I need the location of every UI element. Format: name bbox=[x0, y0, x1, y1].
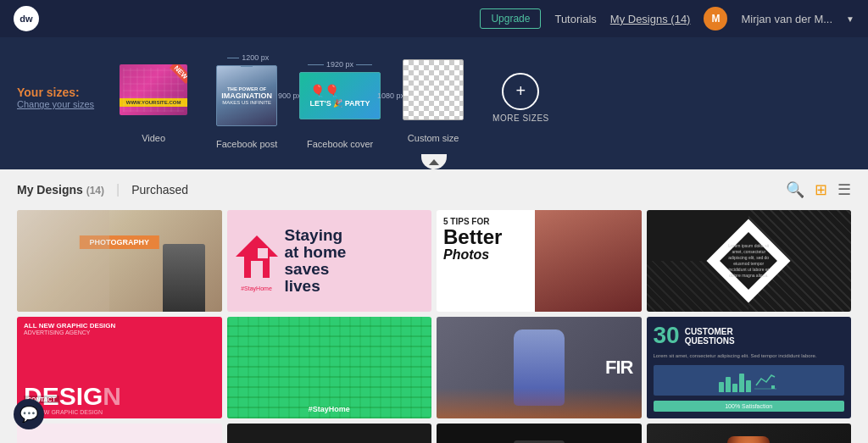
more-sizes-button[interactable]: + MORE SIZES bbox=[492, 73, 549, 123]
search-icon[interactable]: 🔍 bbox=[786, 180, 804, 199]
design-card[interactable]: #StayHome bbox=[227, 317, 432, 418]
top-navigation: dw Upgrade Tutorials My Designs (14) M M… bbox=[0, 0, 868, 37]
new-badge: NEW bbox=[170, 64, 187, 84]
diamond-text: Lorem ipsum dolor sit amet, consectetur … bbox=[726, 243, 772, 279]
fb-post-thumb: THE POWER OFIMAGINATIONMAKES US INFINITE bbox=[216, 65, 277, 126]
design-card[interactable] bbox=[437, 424, 642, 443]
avatar[interactable]: M bbox=[704, 7, 727, 30]
logo[interactable]: dw bbox=[14, 6, 39, 31]
design-card[interactable]: PHOTOGRAPHY bbox=[17, 210, 222, 312]
user-name: Mirjan van der M... bbox=[741, 13, 832, 25]
size-name-video: Video bbox=[142, 133, 165, 143]
stayhome-tag: #StayHome bbox=[309, 405, 350, 413]
svg-rect-1 bbox=[251, 261, 263, 278]
more-sizes-plus-icon: + bbox=[502, 73, 539, 110]
dim-width-fbcover: 1920 px bbox=[299, 60, 381, 69]
design-card[interactable]: DESIGN bbox=[227, 424, 432, 443]
size-item-fbpost[interactable]: 1200 px THE POWER OFIMAGINATIONMAKES US … bbox=[204, 46, 289, 149]
dim-width-fbpost: 1200 px bbox=[216, 53, 277, 70]
house-svg bbox=[236, 231, 278, 282]
svg-rect-2 bbox=[258, 248, 268, 258]
change-sizes-link[interactable]: Change your sizes bbox=[17, 99, 94, 109]
tabs-row: My Designs (14) | Purchased 🔍 ⊞ ☰ bbox=[17, 180, 851, 200]
custom-thumb bbox=[403, 59, 464, 120]
user-menu-chevron-icon[interactable]: ▼ bbox=[846, 14, 854, 24]
collapse-button[interactable] bbox=[421, 154, 447, 169]
size-name-fbpost: Facebook post bbox=[216, 139, 277, 149]
designs-grid: PHOTOGRAPHY #StayHome Stayingat homesave… bbox=[17, 210, 851, 443]
main-content: My Designs (14) | Purchased 🔍 ⊞ ☰ PHOTOG… bbox=[0, 169, 868, 443]
nav-right: Upgrade Tutorials My Designs (14) M Mirj… bbox=[480, 7, 854, 30]
design-card[interactable]: FIR bbox=[437, 317, 642, 418]
chat-icon: 💬 bbox=[19, 405, 38, 424]
design-card[interactable]: DESIGN bbox=[17, 424, 222, 443]
my-designs-link[interactable]: My Designs (14) bbox=[610, 13, 691, 25]
tabs-right: 🔍 ⊞ ☰ bbox=[786, 180, 851, 199]
upgrade-button[interactable]: Upgrade bbox=[480, 8, 541, 29]
chevron-up-icon bbox=[429, 159, 439, 165]
size-item-fbcover[interactable]: 1920 px 🎈🎈 LET'S 🎉 PARTY 1080 px Faceboo… bbox=[298, 46, 382, 149]
dim-height-fbcover: 1080 px bbox=[377, 72, 404, 119]
svg-rect-5 bbox=[771, 385, 775, 389]
tab-my-designs[interactable]: My Designs (14) bbox=[17, 180, 104, 200]
satisfaction-bar: 100% Satisfaction bbox=[654, 401, 845, 412]
customer-label: CUSTOMERQUESTIONS bbox=[685, 327, 735, 346]
more-sizes-label: MORE SIZES bbox=[492, 114, 549, 123]
tutorials-link[interactable]: Tutorials bbox=[554, 13, 596, 25]
video-thumb: NEW WWW.YOURSITE.COM bbox=[120, 64, 187, 115]
design-card[interactable]: 30 CUSTOMERQUESTIONS Lorem sit amet, con… bbox=[647, 317, 852, 418]
staying-text: Stayingat homesaveslives bbox=[285, 227, 347, 295]
fb-cover-thumb: 🎈🎈 LET'S 🎉 PARTY bbox=[299, 72, 381, 119]
tab-purchased[interactable]: Purchased bbox=[131, 180, 188, 200]
video-url-bar: WWW.YOURSITE.COM bbox=[120, 98, 187, 107]
chat-button[interactable]: 💬 bbox=[14, 399, 44, 429]
size-name-custom: Custom size bbox=[408, 133, 459, 143]
line-chart-icon bbox=[753, 368, 778, 392]
collapse-bar bbox=[0, 149, 868, 169]
design-card[interactable] bbox=[647, 424, 852, 443]
design-card[interactable]: 5 TIPS FOR Better Photos bbox=[437, 210, 642, 312]
size-item-custom[interactable]: Custom size bbox=[391, 52, 476, 143]
fire-text: FIR bbox=[605, 357, 632, 379]
list-view-icon[interactable]: ☰ bbox=[837, 180, 851, 199]
design-card[interactable]: Lorem ipsum dolor sit amet, consectetur … bbox=[647, 210, 852, 312]
size-item-video[interactable]: NEW WWW.YOURSITE.COM Video bbox=[111, 52, 196, 143]
your-sizes-label: Your sizes: Change your sizes bbox=[17, 86, 94, 110]
design-card[interactable]: ALL NEW GRAPHIC DESIGN ADVERTISING AGENC… bbox=[17, 317, 222, 418]
customer-number: 30 bbox=[654, 324, 680, 347]
chart-area bbox=[654, 365, 845, 396]
size-name-fbcover: Facebook cover bbox=[307, 139, 373, 149]
grid-view-icon[interactable]: ⊞ bbox=[815, 180, 827, 199]
sizes-section: Your sizes: Change your sizes NEW WWW.YO… bbox=[0, 37, 868, 169]
design-card[interactable]: #StayHome Stayingat homesaveslives bbox=[227, 210, 432, 312]
